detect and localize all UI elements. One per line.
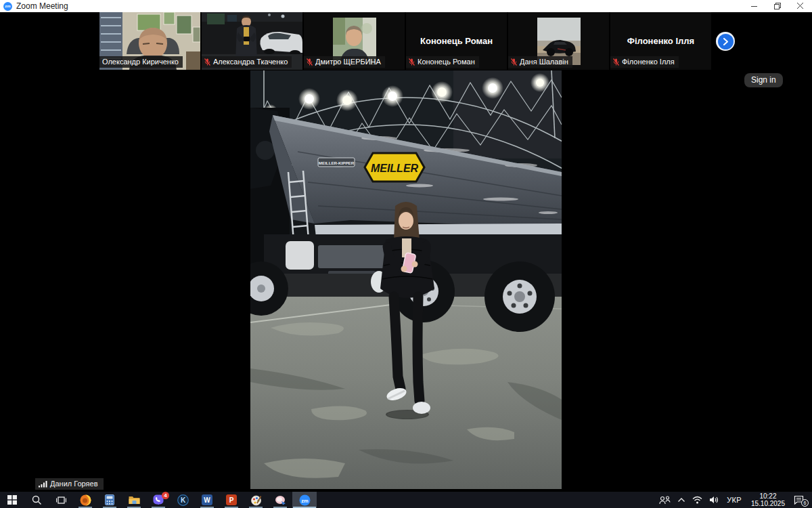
muted-mic-icon	[204, 58, 210, 66]
participant-thumbnail-6[interactable]: Філоненко Ілля Філоненко Ілля	[610, 12, 711, 70]
participant-thumbnail-4[interactable]: Кононець Роман Кононець Роман	[406, 12, 507, 70]
participant-thumbnail-5[interactable]: Даня Шалавін	[508, 12, 609, 70]
word-icon: W	[202, 494, 212, 505]
system-tray: УКР 10:22 15.10.2025 6	[656, 492, 812, 508]
search-icon	[32, 495, 42, 505]
muted-mic-icon	[613, 58, 619, 66]
participant-thumbnail-2[interactable]: Александра Ткаченко	[202, 12, 302, 70]
title-bar: zm Zoom Meeting	[0, 0, 812, 12]
taskbar-app-powerpoint[interactable]: P	[219, 492, 244, 508]
zoom-taskbar-icon: zm	[299, 494, 311, 506]
taskbar-app-paint[interactable]	[244, 492, 268, 508]
taskbar-app-calculator[interactable]	[97, 492, 122, 508]
svg-text:zm: zm	[301, 497, 309, 503]
taskbar-app-file-explorer[interactable]	[122, 492, 146, 508]
participant-name: Даня Шалавін	[520, 58, 568, 66]
viber-notification-badge: 4	[162, 492, 169, 499]
taskbar-app-photos[interactable]	[268, 492, 292, 508]
chevron-up-icon	[677, 497, 685, 503]
main-speaker-video: MEILLER-KIPPER MEILLER	[250, 70, 562, 489]
participant-name-label: Даня Шалавін	[508, 56, 572, 68]
wifi-icon	[692, 496, 702, 504]
task-view-icon	[56, 496, 66, 505]
participant-name: Філоненко Ілля	[622, 58, 675, 66]
clock-time: 10:22	[751, 492, 785, 500]
action-center-button[interactable]: 6	[790, 492, 812, 508]
windows-logo-icon	[7, 495, 17, 505]
participant-filmstrip: Олександр Кириченко	[99, 12, 711, 70]
audio-signal-icon	[39, 480, 47, 488]
show-hidden-icons-button[interactable]	[674, 492, 689, 508]
participant-thumbnail-3[interactable]: Дмитро ЩЕРБИНА	[304, 12, 405, 70]
participant-name: Дмитро ЩЕРБИНА	[315, 58, 381, 66]
notification-count-badge: 6	[801, 499, 809, 507]
people-icon	[659, 496, 671, 505]
clock-date: 15.10.2025	[751, 500, 785, 507]
windows-taskbar: 4 K W P	[0, 492, 812, 508]
taskbar-app-firefox[interactable]	[73, 492, 97, 508]
taskbar-app-k[interactable]: K	[171, 492, 195, 508]
active-speaker-name: Данил Горяев	[50, 480, 98, 488]
truck-logo: MEILLER	[365, 153, 424, 182]
calculator-icon	[105, 494, 114, 505]
participant-name-label: Дмитро ЩЕРБИНА	[304, 56, 385, 68]
restore-button[interactable]	[766, 0, 789, 12]
speaker-icon	[709, 496, 719, 504]
zoom-meeting-window: zm Zoom Meeting	[0, 0, 812, 508]
k-app-icon: K	[177, 494, 189, 506]
participant-name: Олександр Кириченко	[102, 58, 179, 66]
language-indicator[interactable]: УКР	[722, 492, 746, 508]
zoom-app-icon: zm	[3, 2, 12, 11]
paint-palette-icon	[250, 494, 262, 506]
taskbar-clock[interactable]: 10:22 15.10.2025	[746, 492, 790, 508]
task-view-button[interactable]	[49, 492, 73, 508]
truck-logo-text: MEILLER	[371, 163, 419, 174]
muted-mic-icon	[409, 58, 415, 66]
participant-name-label: Александра Ткаченко	[202, 56, 292, 68]
muted-mic-icon	[307, 58, 313, 66]
chevron-right-icon	[723, 38, 729, 45]
taskbar-app-word[interactable]: W	[195, 492, 219, 508]
participant-name-label: Філоненко Ілля	[610, 56, 679, 68]
svg-text:K: K	[180, 496, 185, 504]
muted-mic-icon	[511, 58, 517, 66]
search-button[interactable]	[24, 492, 49, 508]
participant-name: Александра Ткаченко	[213, 58, 288, 66]
folder-icon	[129, 495, 140, 505]
next-participants-button[interactable]	[716, 32, 735, 51]
meeting-content: Олександр Кириченко	[0, 12, 812, 492]
wifi-tray-button[interactable]	[689, 492, 706, 508]
participant-name: Кононець Роман	[418, 58, 475, 66]
minimize-button[interactable]	[743, 0, 766, 12]
photos-app-icon	[275, 494, 286, 506]
people-tray-button[interactable]	[656, 492, 674, 508]
start-button[interactable]	[0, 492, 24, 508]
participant-thumbnail-1[interactable]: Олександр Кириченко	[99, 12, 200, 70]
taskbar-app-viber[interactable]: 4	[146, 492, 171, 508]
participant-name-label: Кононець Роман	[406, 56, 479, 68]
close-button[interactable]	[789, 0, 812, 12]
sign-in-button[interactable]: Sign in	[744, 73, 783, 87]
taskbar-app-zoom[interactable]: zm	[292, 492, 317, 508]
truck-badge-text: MEILLER-KIPPER	[319, 161, 355, 165]
participant-name-label: Олександр Кириченко	[99, 56, 183, 68]
powerpoint-icon: P	[226, 494, 237, 505]
firefox-icon	[80, 494, 91, 506]
volume-tray-button[interactable]	[706, 492, 722, 508]
active-speaker-label: Данил Горяев	[35, 478, 104, 490]
window-title: Zoom Meeting	[16, 1, 68, 11]
